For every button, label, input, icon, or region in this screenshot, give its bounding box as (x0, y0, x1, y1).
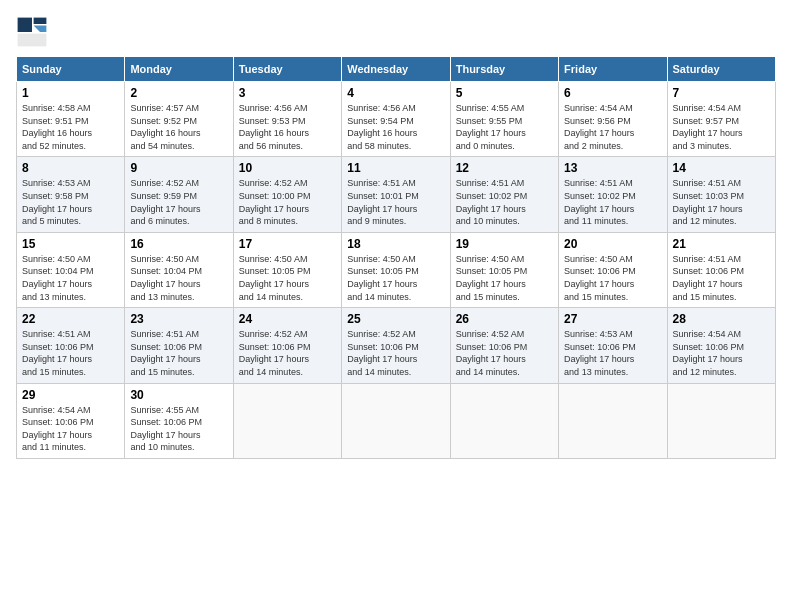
day-number: 23 (130, 312, 227, 326)
calendar-cell: 21Sunrise: 4:51 AMSunset: 10:06 PMDaylig… (667, 232, 775, 307)
calendar-cell: 3Sunrise: 4:56 AMSunset: 9:53 PMDaylight… (233, 82, 341, 157)
day-info: Sunrise: 4:50 AMSunset: 10:04 PMDaylight… (130, 253, 227, 303)
day-number: 19 (456, 237, 553, 251)
day-number: 15 (22, 237, 119, 251)
day-info: Sunrise: 4:51 AMSunset: 10:02 PMDaylight… (564, 177, 661, 227)
day-number: 27 (564, 312, 661, 326)
calendar-cell (233, 383, 341, 458)
day-info: Sunrise: 4:51 AMSunset: 10:01 PMDaylight… (347, 177, 444, 227)
calendar-cell: 9Sunrise: 4:52 AMSunset: 9:59 PMDaylight… (125, 157, 233, 232)
weekday-header: Monday (125, 57, 233, 82)
day-info: Sunrise: 4:50 AMSunset: 10:05 PMDaylight… (456, 253, 553, 303)
day-info: Sunrise: 4:51 AMSunset: 10:06 PMDaylight… (22, 328, 119, 378)
day-number: 26 (456, 312, 553, 326)
calendar-cell: 12Sunrise: 4:51 AMSunset: 10:02 PMDaylig… (450, 157, 558, 232)
day-number: 14 (673, 161, 770, 175)
calendar-cell: 28Sunrise: 4:54 AMSunset: 10:06 PMDaylig… (667, 308, 775, 383)
day-number: 7 (673, 86, 770, 100)
calendar-cell: 15Sunrise: 4:50 AMSunset: 10:04 PMDaylig… (17, 232, 125, 307)
day-number: 28 (673, 312, 770, 326)
day-info: Sunrise: 4:54 AMSunset: 9:57 PMDaylight … (673, 102, 770, 152)
day-number: 25 (347, 312, 444, 326)
calendar-cell: 11Sunrise: 4:51 AMSunset: 10:01 PMDaylig… (342, 157, 450, 232)
calendar-cell: 27Sunrise: 4:53 AMSunset: 10:06 PMDaylig… (559, 308, 667, 383)
day-info: Sunrise: 4:52 AMSunset: 10:06 PMDaylight… (456, 328, 553, 378)
day-number: 29 (22, 388, 119, 402)
day-info: Sunrise: 4:50 AMSunset: 10:05 PMDaylight… (347, 253, 444, 303)
day-info: Sunrise: 4:53 AMSunset: 9:58 PMDaylight … (22, 177, 119, 227)
day-info: Sunrise: 4:52 AMSunset: 10:06 PMDaylight… (239, 328, 336, 378)
calendar-cell (559, 383, 667, 458)
calendar-cell: 2Sunrise: 4:57 AMSunset: 9:52 PMDaylight… (125, 82, 233, 157)
calendar-cell: 13Sunrise: 4:51 AMSunset: 10:02 PMDaylig… (559, 157, 667, 232)
day-number: 2 (130, 86, 227, 100)
weekday-header: Wednesday (342, 57, 450, 82)
day-number: 6 (564, 86, 661, 100)
day-info: Sunrise: 4:54 AMSunset: 10:06 PMDaylight… (22, 404, 119, 454)
day-info: Sunrise: 4:55 AMSunset: 9:55 PMDaylight … (456, 102, 553, 152)
calendar-cell: 16Sunrise: 4:50 AMSunset: 10:04 PMDaylig… (125, 232, 233, 307)
day-info: Sunrise: 4:50 AMSunset: 10:06 PMDaylight… (564, 253, 661, 303)
weekday-header: Sunday (17, 57, 125, 82)
day-number: 17 (239, 237, 336, 251)
weekday-header: Tuesday (233, 57, 341, 82)
weekday-header: Saturday (667, 57, 775, 82)
day-info: Sunrise: 4:50 AMSunset: 10:05 PMDaylight… (239, 253, 336, 303)
day-info: Sunrise: 4:57 AMSunset: 9:52 PMDaylight … (130, 102, 227, 152)
calendar-cell (450, 383, 558, 458)
day-number: 12 (456, 161, 553, 175)
day-info: Sunrise: 4:56 AMSunset: 9:54 PMDaylight … (347, 102, 444, 152)
day-number: 13 (564, 161, 661, 175)
calendar-cell: 24Sunrise: 4:52 AMSunset: 10:06 PMDaylig… (233, 308, 341, 383)
calendar-cell: 25Sunrise: 4:52 AMSunset: 10:06 PMDaylig… (342, 308, 450, 383)
svg-rect-2 (34, 18, 47, 24)
calendar: SundayMondayTuesdayWednesdayThursdayFrid… (16, 56, 776, 459)
day-number: 11 (347, 161, 444, 175)
calendar-cell: 20Sunrise: 4:50 AMSunset: 10:06 PMDaylig… (559, 232, 667, 307)
day-number: 16 (130, 237, 227, 251)
day-info: Sunrise: 4:54 AMSunset: 10:06 PMDaylight… (673, 328, 770, 378)
logo-icon (16, 16, 48, 48)
calendar-cell: 7Sunrise: 4:54 AMSunset: 9:57 PMDaylight… (667, 82, 775, 157)
day-info: Sunrise: 4:51 AMSunset: 10:06 PMDaylight… (673, 253, 770, 303)
day-number: 8 (22, 161, 119, 175)
day-info: Sunrise: 4:55 AMSunset: 10:06 PMDaylight… (130, 404, 227, 454)
day-info: Sunrise: 4:53 AMSunset: 10:06 PMDaylight… (564, 328, 661, 378)
calendar-cell: 26Sunrise: 4:52 AMSunset: 10:06 PMDaylig… (450, 308, 558, 383)
day-info: Sunrise: 4:51 AMSunset: 10:03 PMDaylight… (673, 177, 770, 227)
svg-rect-4 (18, 34, 47, 47)
day-info: Sunrise: 4:58 AMSunset: 9:51 PMDaylight … (22, 102, 119, 152)
calendar-cell: 10Sunrise: 4:52 AMSunset: 10:00 PMDaylig… (233, 157, 341, 232)
day-number: 4 (347, 86, 444, 100)
day-number: 20 (564, 237, 661, 251)
calendar-cell: 14Sunrise: 4:51 AMSunset: 10:03 PMDaylig… (667, 157, 775, 232)
day-number: 30 (130, 388, 227, 402)
calendar-cell (667, 383, 775, 458)
day-number: 22 (22, 312, 119, 326)
calendar-cell: 23Sunrise: 4:51 AMSunset: 10:06 PMDaylig… (125, 308, 233, 383)
day-info: Sunrise: 4:56 AMSunset: 9:53 PMDaylight … (239, 102, 336, 152)
day-number: 9 (130, 161, 227, 175)
calendar-cell: 1Sunrise: 4:58 AMSunset: 9:51 PMDaylight… (17, 82, 125, 157)
day-info: Sunrise: 4:51 AMSunset: 10:06 PMDaylight… (130, 328, 227, 378)
calendar-cell: 30Sunrise: 4:55 AMSunset: 10:06 PMDaylig… (125, 383, 233, 458)
calendar-cell: 6Sunrise: 4:54 AMSunset: 9:56 PMDaylight… (559, 82, 667, 157)
day-number: 10 (239, 161, 336, 175)
day-info: Sunrise: 4:52 AMSunset: 9:59 PMDaylight … (130, 177, 227, 227)
day-info: Sunrise: 4:51 AMSunset: 10:02 PMDaylight… (456, 177, 553, 227)
calendar-cell: 5Sunrise: 4:55 AMSunset: 9:55 PMDaylight… (450, 82, 558, 157)
day-number: 21 (673, 237, 770, 251)
calendar-cell: 4Sunrise: 4:56 AMSunset: 9:54 PMDaylight… (342, 82, 450, 157)
calendar-cell: 8Sunrise: 4:53 AMSunset: 9:58 PMDaylight… (17, 157, 125, 232)
calendar-cell: 17Sunrise: 4:50 AMSunset: 10:05 PMDaylig… (233, 232, 341, 307)
day-info: Sunrise: 4:50 AMSunset: 10:04 PMDaylight… (22, 253, 119, 303)
day-number: 1 (22, 86, 119, 100)
weekday-header: Friday (559, 57, 667, 82)
logo (16, 16, 54, 48)
day-info: Sunrise: 4:52 AMSunset: 10:00 PMDaylight… (239, 177, 336, 227)
day-number: 24 (239, 312, 336, 326)
calendar-cell (342, 383, 450, 458)
calendar-cell: 18Sunrise: 4:50 AMSunset: 10:05 PMDaylig… (342, 232, 450, 307)
svg-rect-1 (18, 18, 32, 32)
weekday-header: Thursday (450, 57, 558, 82)
